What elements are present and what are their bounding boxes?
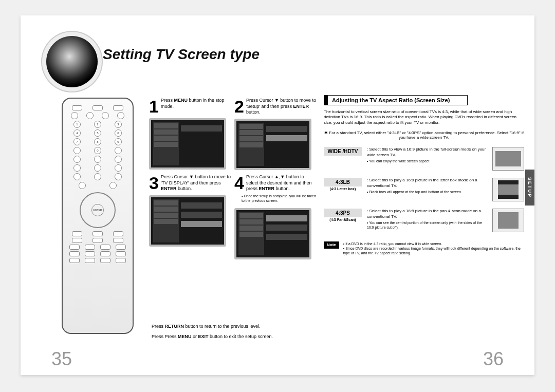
- option-desc: : Select this to play a 16:9 picture in …: [367, 209, 487, 219]
- star-note: ✱ For a standard TV, select either "4:3L…: [324, 130, 524, 140]
- option-43lb: 4:3LB (4:3 Letter box) : Select this to …: [324, 178, 524, 201]
- footer-notes: Press RETURN button to return to the pre…: [152, 319, 273, 344]
- option-label: 4:3LB: [324, 178, 362, 186]
- page-number-left: 35: [51, 348, 72, 370]
- speaker-icon: [46, 36, 98, 87]
- step-1: 1 Press MENU button in the stop mode.: [149, 98, 231, 170]
- osd-screenshot: [149, 118, 226, 170]
- step-text: Press Cursor ▼ button to move to 'TV DIS…: [161, 174, 231, 192]
- manual-page-spread: Setting TV Screen type 123 456 789 0 ENT…: [21, 15, 534, 375]
- option-desc: : Select this to play a 16:9 picture in …: [367, 178, 487, 189]
- option-label: WIDE /HDTV: [324, 147, 362, 156]
- remote-illustration: 123 456 789 0 ENTER: [62, 98, 134, 334]
- osd-screenshot: [234, 119, 311, 170]
- steps-column: 1 Press MENU button in the stop mode. 2 …: [149, 98, 319, 264]
- side-tab-setup: SETUP: [525, 170, 534, 206]
- step-text: Press Cursor ▼ button to move to 'Setup'…: [246, 98, 317, 116]
- tv-thumb-letterbox-icon: [492, 178, 524, 201]
- option-sub: • You can enjoy the wide screen aspect.: [367, 159, 487, 163]
- page-number-right: 36: [483, 348, 504, 370]
- tv-thumb-panscan-icon: [492, 209, 524, 232]
- osd-screenshot: [149, 195, 226, 247]
- option-43ps: 4:3PS (4:3 Pan&Scan) : Select this to pl…: [324, 209, 524, 232]
- right-column: Adjusting the TV Aspect Ratio (Screen Si…: [324, 95, 524, 255]
- note-block: Note • If a DVD is in the 4:3 ratio, you…: [324, 241, 524, 255]
- step-4: 4 Press Cursor ▲,▼ button to select the …: [234, 174, 317, 259]
- intro-text: The horizontal to vertical screen size r…: [324, 109, 524, 125]
- footer-exit: Press Press MENU or EXIT button to exit …: [152, 334, 273, 339]
- option-sub: • You can see the central portion of the…: [367, 220, 487, 230]
- step-number: 2: [234, 98, 244, 115]
- remote-nav-pad: ENTER: [80, 192, 116, 228]
- step-number: 3: [149, 174, 159, 192]
- step-number: 1: [149, 98, 159, 115]
- step-2: 2 Press Cursor ▼ button to move to 'Setu…: [234, 98, 317, 170]
- fine-print: • Once the setup is complete, you will b…: [242, 194, 317, 203]
- note-tag: Note: [324, 241, 339, 249]
- note-text: • If a DVD is in the 4:3 ratio, you cann…: [343, 241, 524, 255]
- page-title: Setting TV Screen type: [103, 46, 260, 63]
- option-desc: : Select this to view a 16:9 picture in …: [367, 147, 487, 158]
- osd-screenshot: [234, 208, 311, 259]
- section-heading: Adjusting the TV Aspect Ratio (Screen Si…: [324, 95, 468, 105]
- step-number: 4: [234, 174, 244, 192]
- step-text: Press MENU button in the stop mode.: [161, 98, 231, 109]
- footer-return: Press RETURN button to return to the pre…: [152, 324, 273, 329]
- option-wide: WIDE /HDTV : Select this to view a 16:9 …: [324, 147, 524, 171]
- enter-button: ENTER: [91, 204, 104, 216]
- tv-thumb-wide-icon: [492, 147, 524, 171]
- step-3: 3 Press Cursor ▼ button to move to 'TV D…: [149, 174, 231, 259]
- option-label: 4:3PS: [324, 209, 362, 217]
- option-sub: • Black bars will appear at the top and …: [367, 190, 487, 194]
- step-text: Press Cursor ▲,▼ button to select the de…: [246, 174, 317, 192]
